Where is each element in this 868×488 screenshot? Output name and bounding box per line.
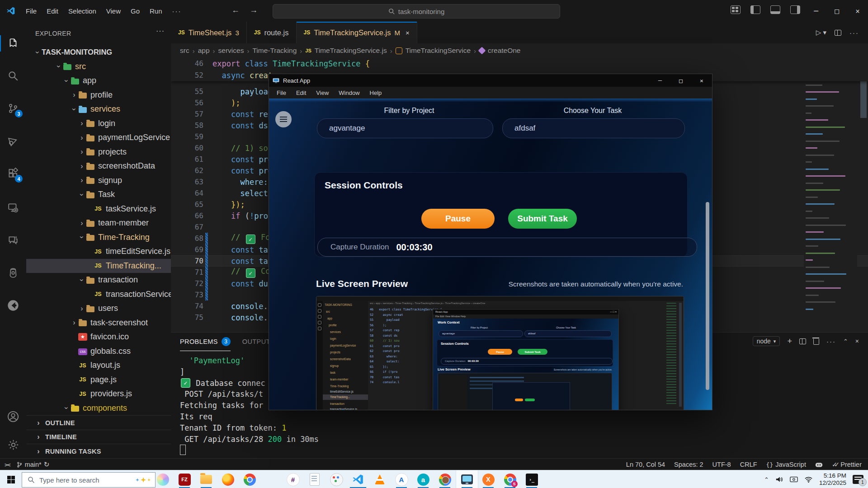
menu-selection[interactable]: Selection <box>63 5 101 17</box>
tree-item-globals-css[interactable]: cssglobals.css <box>26 344 171 359</box>
react-app-titlebar[interactable]: React App ─ □ × <box>269 74 712 87</box>
forward-arrow-icon[interactable]: → <box>250 5 258 15</box>
menu-run[interactable]: Run <box>145 5 167 17</box>
tree-item-page-js[interactable]: JSpage.js <box>26 373 171 387</box>
choose-task-input[interactable]: afdsaf <box>502 118 685 138</box>
maximize-panel-icon[interactable]: ⌃ <box>843 338 848 345</box>
eol-sequence[interactable]: CRLF <box>740 461 757 468</box>
menu-file[interactable]: File <box>21 5 42 17</box>
panel-tab-output[interactable]: OUTPUT <box>242 333 270 351</box>
tree-item-team-member[interactable]: ›team-member <box>26 216 171 230</box>
breadcrumb-item[interactable]: Time-Tracking <box>252 47 297 55</box>
tab-close-icon[interactable]: × <box>406 29 410 37</box>
tree-item-taskservice-js[interactable]: JStaskService.js <box>26 202 171 216</box>
close-icon[interactable]: × <box>847 0 868 22</box>
tree-item-layout-js[interactable]: JSlayout.js <box>26 358 171 373</box>
account-icon[interactable] <box>0 406 26 427</box>
tree-item-users[interactable]: ›users <box>26 301 171 316</box>
tree-item-task[interactable]: ›Task <box>26 188 171 202</box>
tree-item-projects[interactable]: ›projects <box>26 145 171 160</box>
tree-item-services[interactable]: ›services <box>26 102 171 117</box>
taskbar-chrome-s[interactable]: S <box>499 470 521 488</box>
react-minimize-icon[interactable]: ─ <box>650 74 670 87</box>
hamburger-menu-icon[interactable] <box>275 111 292 127</box>
taskbar-copilot[interactable] <box>152 470 174 488</box>
breadcrumb-item[interactable]: app <box>198 47 210 55</box>
copilot-icon[interactable] <box>815 461 823 468</box>
tree-item-paymentlogservice[interactable]: ›paymentLogService <box>26 131 171 145</box>
taskbar-chrome-profile[interactable] <box>434 470 456 488</box>
run-debug-icon[interactable] <box>0 130 26 152</box>
breadcrumb-item[interactable]: src <box>180 47 189 55</box>
minimize-icon[interactable]: ─ <box>806 0 826 22</box>
editor-tab-timetrackingservice-js[interactable]: JSTimeTrackingService.jsM× <box>297 22 417 43</box>
react-menu-view[interactable]: View <box>312 89 333 97</box>
breadcrumb[interactable]: src›app›services›Time-Tracking›JSTimeTra… <box>171 43 868 58</box>
section-outline[interactable]: ›OUTLINE <box>26 415 171 430</box>
debug-console-filter[interactable]: node▾ <box>753 336 780 346</box>
section-timeline[interactable]: ›TIMELINE <box>26 430 171 445</box>
taskbar-xampp[interactable]: X <box>477 470 499 488</box>
explorer-more-icon[interactable]: ··· <box>156 27 165 35</box>
volume-icon[interactable] <box>775 476 783 483</box>
indentation[interactable]: Spaces: 2 <box>674 461 703 468</box>
taskbar-paint[interactable] <box>326 470 347 488</box>
tree-item-transactionservice-js[interactable]: JStransactionService.js <box>26 287 171 302</box>
close-panel-icon[interactable]: × <box>855 338 859 345</box>
breadcrumb-item[interactable]: services <box>218 47 244 55</box>
toggle-secondary-sidebar-icon[interactable] <box>790 5 800 14</box>
menu-go[interactable]: Go <box>126 5 145 17</box>
code-line-46[interactable]: 46export class TimeTrackingService { <box>171 58 868 69</box>
container-tools-icon[interactable] <box>0 262 26 284</box>
kill-terminal-icon[interactable] <box>813 339 819 345</box>
tree-item-signup[interactable]: ›signup <box>26 174 171 188</box>
editor-tab-timesheet-js[interactable]: JSTimeSheet.js3 <box>171 22 247 43</box>
taskbar-notepad[interactable] <box>304 470 326 488</box>
editor-tab-route-js[interactable]: JSroute.js <box>247 22 297 43</box>
tree-item-screenshotdata[interactable]: ›screenshotData <box>26 159 171 174</box>
split-panel-icon[interactable] <box>799 338 806 344</box>
start-button[interactable] <box>0 470 22 488</box>
tree-item-timeeditservice-js[interactable]: JStimeEditService.js <box>26 244 171 259</box>
tree-item-login[interactable]: ›login <box>26 117 171 131</box>
tree-item-src[interactable]: ›src <box>26 60 171 74</box>
cursor-position[interactable]: Ln 70, Col 54 <box>626 461 665 468</box>
breadcrumb-item[interactable]: TimeTrackingService <box>406 47 471 55</box>
tray-expand-icon[interactable]: ⌃ <box>764 476 769 483</box>
taskbar-search[interactable]: Type here to search <box>22 472 156 488</box>
panel-tab-problems[interactable]: PROBLEMS3 <box>180 333 231 351</box>
react-menu-file[interactable]: File <box>273 89 290 97</box>
menu-edit[interactable]: Edit <box>42 5 63 17</box>
git-branch-item[interactable]: main* ↻ <box>16 460 50 469</box>
taskbar-vlc[interactable] <box>369 470 391 488</box>
language-mode[interactable]: {}JavaScript <box>766 461 806 468</box>
remote-explorer-icon[interactable] <box>0 197 26 219</box>
explorer-icon[interactable] <box>0 33 26 54</box>
remote-indicator-icon[interactable]: >< <box>5 461 10 468</box>
tree-item-providers-js[interactable]: JSproviders.js <box>26 387 171 401</box>
vscode-insiders-icon[interactable] <box>0 295 26 316</box>
editor-more-icon[interactable]: ··· <box>849 29 859 37</box>
taskbar-cmd[interactable]: ›_ <box>521 470 542 488</box>
taskbar-firefox[interactable] <box>217 470 239 488</box>
run-file-icon[interactable]: ▷ ▾ <box>816 28 826 37</box>
panel-more-icon[interactable]: ··· <box>826 338 836 345</box>
tree-item-transaction[interactable]: ›transaction <box>26 273 171 287</box>
toggle-sidebar-icon[interactable] <box>750 5 760 14</box>
formatter-status[interactable]: ✓✓Prettier <box>832 461 862 468</box>
taskbar-winrar[interactable] <box>260 470 282 488</box>
tree-item-time-tracking[interactable]: ›Time-Tracking <box>26 230 171 245</box>
command-center-search[interactable]: task-monitoring <box>273 4 560 19</box>
taskbar-vscode[interactable] <box>347 470 369 488</box>
encoding[interactable]: UTF-8 <box>712 461 731 468</box>
back-arrow-icon[interactable]: ← <box>231 5 240 15</box>
notification-center-icon[interactable]: 1 <box>853 475 863 484</box>
search-sidebar-icon[interactable] <box>0 65 26 87</box>
filter-project-input[interactable]: agvantage <box>317 118 493 138</box>
chat-icon[interactable] <box>0 230 26 251</box>
tree-item-favicon-ico[interactable]: ★favicon.ico <box>26 330 171 344</box>
tree-item-task-screenshot[interactable]: ›task-screenshot <box>26 316 171 330</box>
pause-button[interactable]: Pause <box>421 209 495 229</box>
taskbar-taskpro[interactable] <box>456 470 478 488</box>
submit-task-button[interactable]: Submit Task <box>508 209 577 229</box>
